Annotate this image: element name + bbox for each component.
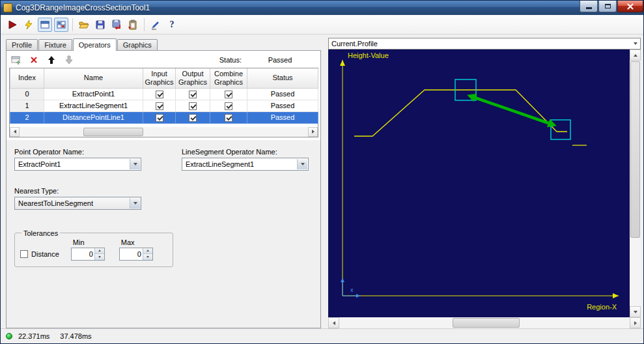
add-operator-icon: [11, 55, 21, 65]
tab-operators[interactable]: Operators: [73, 38, 117, 51]
scroll-up-button[interactable]: [630, 50, 641, 61]
spin-up-button[interactable]: [95, 248, 104, 255]
paste-icon: [128, 20, 138, 30]
window-title: Cog3DRangeImageCrossSectionTool1: [16, 3, 150, 12]
open-folder-icon: [79, 20, 89, 30]
max-spinner[interactable]: 0: [119, 248, 153, 261]
svg-text:Region-X: Region-X: [587, 303, 617, 311]
scroll-left-icon: [333, 321, 335, 325]
column-header-name[interactable]: Name: [44, 68, 143, 88]
column-header-input[interactable]: Input Graphics: [143, 68, 176, 88]
paste-button[interactable]: [126, 18, 140, 32]
input-graphics-checkbox[interactable]: [156, 114, 163, 122]
input-graphics-checkbox[interactable]: [156, 91, 163, 98]
column-header-status[interactable]: Status: [247, 68, 318, 88]
scroll-right-button[interactable]: [630, 317, 641, 328]
scroll-left-icon: [14, 130, 16, 134]
save-button[interactable]: [93, 18, 107, 32]
table-horizontal-scrollbar[interactable]: [10, 127, 318, 137]
titlebar: Cog3DRangeImageCrossSectionTool1: [1, 1, 643, 15]
table-row[interactable]: 1 ExtractLineSegment1 Passed: [10, 100, 318, 111]
tab-strip: Profile Fixture Operators Graphics: [6, 38, 324, 50]
scrollbar-thumb[interactable]: [453, 318, 520, 328]
tab-graphics[interactable]: Graphics: [117, 39, 158, 50]
dropdown-arrow-button[interactable]: [130, 159, 140, 169]
scrollbar-thumb[interactable]: [630, 61, 640, 238]
plot-vertical-scrollbar[interactable]: [630, 50, 641, 317]
move-down-icon: [64, 55, 74, 65]
plot-horizontal-scrollbar[interactable]: [328, 317, 641, 328]
scroll-left-button[interactable]: [328, 317, 339, 328]
combine-graphics-checkbox[interactable]: [225, 102, 232, 110]
column-header-output[interactable]: Output Graphics: [176, 68, 210, 88]
nearest-type-label: Nearest Type:: [14, 187, 315, 195]
linesegment-operator-select[interactable]: ExtractLineSegment1: [182, 158, 309, 171]
cell-index: 1: [10, 100, 44, 111]
chevron-down-icon: [133, 163, 137, 165]
image-window-toggle-button[interactable]: [38, 18, 52, 32]
nearest-type-select[interactable]: NearestToLineSegment: [14, 197, 141, 210]
left-panel: Profile Fixture Operators Graphics: [1, 38, 324, 328]
tab-fixture[interactable]: Fixture: [38, 39, 72, 50]
spin-up-button[interactable]: [143, 248, 152, 255]
scroll-down-icon: [634, 311, 637, 313]
execution-time-1: 22.371ms: [18, 332, 49, 340]
move-up-button[interactable]: [46, 54, 57, 66]
cell-status: Passed: [247, 100, 318, 111]
save-as-button[interactable]: [109, 18, 124, 32]
max-label: Max: [121, 238, 153, 246]
dropdown-arrow-button[interactable]: [130, 198, 140, 208]
cell-name: DistancePointLine1: [44, 111, 143, 123]
profile-plot[interactable]: Height-ValueRegion-Xx: [328, 50, 630, 317]
distance-checkbox[interactable]: [20, 250, 28, 258]
profile-selector-value: Current.Profile: [331, 40, 378, 48]
scroll-left-button[interactable]: [10, 127, 20, 137]
output-graphics-checkbox[interactable]: [189, 102, 197, 110]
tab-profile[interactable]: Profile: [6, 39, 38, 50]
output-graphics-checkbox[interactable]: [189, 91, 197, 98]
open-button[interactable]: [77, 18, 91, 32]
table-row-selected[interactable]: 2 DistancePointLine1 Passed: [10, 111, 318, 123]
nearest-type-value: NearestToLineSegment: [18, 199, 93, 207]
scrollbar-thumb[interactable]: [83, 128, 143, 136]
input-graphics-checkbox[interactable]: [156, 102, 163, 110]
scroll-down-button[interactable]: [630, 306, 641, 317]
combine-graphics-checkbox[interactable]: [225, 91, 232, 98]
maximize-button[interactable]: [598, 1, 617, 12]
column-header-combine[interactable]: Combine Graphics: [210, 68, 247, 88]
dropdown-arrow-button[interactable]: [297, 159, 307, 169]
point-operator-select[interactable]: ExtractPoint1: [14, 158, 141, 171]
close-button[interactable]: [617, 1, 643, 12]
tolerances-title: Tolerances: [21, 229, 60, 237]
run-button[interactable]: [5, 18, 20, 32]
min-spinner[interactable]: 0: [71, 248, 105, 261]
output-graphics-checkbox[interactable]: [189, 114, 197, 122]
status-led: [6, 333, 12, 339]
point-operator-value: ExtractPoint1: [18, 160, 61, 168]
help-button[interactable]: ?: [165, 18, 179, 32]
spin-down-button[interactable]: [95, 254, 104, 260]
spin-down-button[interactable]: [143, 254, 152, 260]
run-live-button[interactable]: [21, 18, 36, 32]
grid-window-toggle-button[interactable]: [54, 18, 68, 32]
app-window: Cog3DRangeImageCrossSectionTool1: [0, 0, 644, 344]
save-as-icon: [111, 20, 122, 30]
chevron-down-icon: [133, 202, 137, 205]
column-header-index[interactable]: Index: [10, 68, 44, 88]
move-down-button[interactable]: [63, 54, 75, 66]
scroll-right-button[interactable]: [308, 127, 318, 137]
cell-status: Passed: [247, 111, 318, 123]
table-row[interactable]: 0 ExtractPoint1 Passed: [10, 88, 318, 100]
operators-datagrid: Index Name Input Graphics Output Graphic…: [9, 68, 318, 137]
chevron-down-icon: [634, 42, 637, 45]
combine-graphics-checkbox[interactable]: [225, 114, 232, 122]
profile-selector[interactable]: Current.Profile: [328, 38, 641, 50]
scrollbar-track[interactable]: [630, 61, 641, 306]
probe-button[interactable]: [148, 18, 163, 32]
table-header-row: Index Name Input Graphics Output Graphic…: [10, 68, 318, 88]
scrollbar-track[interactable]: [20, 127, 308, 137]
scrollbar-track[interactable]: [339, 317, 630, 328]
add-operator-button[interactable]: [10, 54, 22, 66]
delete-operator-button[interactable]: [28, 54, 40, 66]
minimize-button[interactable]: [580, 1, 598, 12]
